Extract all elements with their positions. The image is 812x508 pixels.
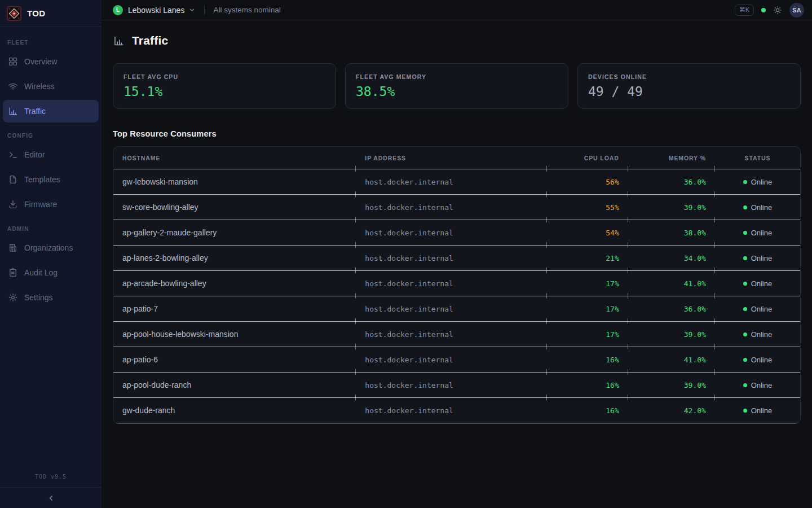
sidebar-item-templates[interactable]: Templates (3, 168, 99, 191)
ip-cell: host.docker.internal (356, 195, 546, 220)
table-row[interactable]: ap-pool-house-lebowski-mansion host.dock… (113, 322, 800, 347)
hostname-cell: gw-lebowski-mansion (113, 169, 356, 194)
ip-cell: host.docker.internal (356, 220, 546, 245)
status-cell: Online (715, 246, 800, 270)
stat-card-devices-online: DEVICES ONLINE 49 / 49 (577, 63, 801, 109)
command-palette-shortcut[interactable]: ⌘K (735, 5, 754, 16)
sidebar-item-label: Firmware (24, 200, 57, 209)
stat-value: 49 / 49 (588, 84, 790, 99)
online-dot (743, 282, 747, 286)
sidebar-item-overview[interactable]: Overview (3, 50, 99, 73)
terminal-icon (8, 150, 18, 160)
sidebar-nav: FLEET Overview Wireless Traffic CONFIG E (0, 27, 102, 311)
table-row[interactable]: ap-lanes-2-bowling-alley host.docker.int… (113, 246, 800, 271)
sidebar-item-traffic[interactable]: Traffic (3, 100, 99, 122)
status-cell: Online (715, 347, 800, 372)
user-avatar[interactable]: SA (789, 3, 804, 17)
ip-cell: host.docker.internal (356, 296, 546, 321)
memory-cell: 39.0% (628, 195, 715, 220)
stat-card-fleet-avg-cpu: FLEET AVG CPU 15.1% (113, 63, 336, 109)
table-row[interactable]: ap-patio-7 host.docker.internal 17% 36.0… (113, 296, 800, 322)
app-logo-row: TOD (0, 0, 102, 27)
cpu-load-cell: 16% (547, 398, 628, 423)
table-row[interactable]: ap-pool-dude-ranch host.docker.internal … (113, 373, 800, 398)
sidebar-item-audit-log[interactable]: Audit Log (3, 261, 99, 284)
connection-status-dot (761, 8, 766, 12)
cpu-load-cell: 17% (547, 271, 628, 296)
app-logo-icon (7, 6, 21, 21)
hostname-cell: ap-pool-house-lebowski-mansion (113, 322, 356, 347)
hostname-cell: ap-gallery-2-maude-gallery (113, 220, 356, 245)
status-cell: Online (715, 220, 800, 245)
column-header-memory: MEMORY % (628, 147, 715, 169)
ip-cell: host.docker.internal (356, 347, 546, 372)
stat-label: FLEET AVG CPU (123, 73, 325, 80)
bar-chart-icon (8, 106, 18, 116)
building-icon (8, 243, 18, 253)
status-label: Online (751, 178, 773, 186)
cpu-load-cell: 16% (547, 347, 628, 372)
table-row[interactable]: gw-lebowski-mansion host.docker.internal… (113, 169, 800, 195)
top-resource-consumers-table: HOSTNAME IP ADDRESS CPU LOAD MEMORY % ST… (113, 146, 801, 424)
topbar: L Lebowski Lanes All systems nominal ⌘K … (102, 0, 812, 20)
main-area: L Lebowski Lanes All systems nominal ⌘K … (102, 0, 812, 508)
hostname-cell: ap-pool-dude-ranch (113, 373, 356, 397)
app-name: TOD (27, 8, 46, 18)
ip-cell: host.docker.internal (356, 373, 546, 397)
table-row[interactable]: sw-core-bowling-alley host.docker.intern… (113, 195, 800, 220)
sidebar-item-firmware[interactable]: Firmware (3, 193, 99, 216)
table-row[interactable]: gw-dude-ranch host.docker.internal 16% 4… (113, 398, 800, 423)
table-row[interactable]: ap-patio-6 host.docker.internal 16% 41.0… (113, 347, 800, 373)
sun-icon[interactable] (773, 6, 782, 15)
gear-icon (8, 292, 18, 303)
memory-cell: 36.0% (628, 296, 715, 321)
ip-cell: host.docker.internal (356, 271, 546, 296)
sidebar-item-settings[interactable]: Settings (3, 286, 99, 309)
nav-section-config: CONFIG (0, 125, 102, 143)
stat-value: 15.1% (123, 84, 325, 99)
column-header-cpu: CPU LOAD (547, 147, 628, 169)
hostname-cell: gw-dude-ranch (113, 398, 356, 423)
online-dot (743, 256, 747, 260)
online-dot (743, 383, 747, 387)
online-dot (743, 332, 747, 336)
chevron-down-icon[interactable] (188, 6, 196, 14)
table-row[interactable]: ap-gallery-2-maude-gallery host.docker.i… (113, 220, 800, 246)
online-dot (743, 307, 747, 311)
sidebar-item-organizations[interactable]: Organizations (3, 237, 99, 259)
cpu-load-cell: 54% (547, 220, 628, 245)
status-cell: Online (715, 271, 800, 296)
file-icon (8, 174, 18, 185)
sidebar: TOD FLEET Overview Wireless Traffic CONF… (0, 0, 102, 508)
memory-cell: 42.0% (628, 398, 715, 423)
table-row[interactable]: ap-arcade-bowling-alley host.docker.inte… (113, 271, 800, 296)
sidebar-item-label: Organizations (24, 243, 73, 252)
cpu-load-cell: 17% (547, 296, 628, 321)
nav-section-fleet: FLEET (0, 32, 102, 50)
cpu-load-cell: 21% (547, 246, 628, 270)
status-cell: Online (715, 169, 800, 194)
sidebar-item-wireless[interactable]: Wireless (3, 75, 99, 98)
hostname-cell: ap-patio-7 (113, 296, 356, 321)
status-label: Online (751, 203, 773, 212)
ip-cell: host.docker.internal (356, 322, 546, 347)
grid-icon (8, 56, 18, 67)
system-status-text: All systems nominal (213, 6, 280, 14)
org-avatar: L (113, 5, 123, 15)
table-header-row: HOSTNAME IP ADDRESS CPU LOAD MEMORY % ST… (113, 147, 800, 169)
sidebar-item-editor[interactable]: Editor (3, 143, 99, 166)
status-label: Online (751, 305, 773, 313)
org-switcher[interactable]: Lebowski Lanes (128, 6, 184, 15)
memory-cell: 39.0% (628, 373, 715, 397)
memory-cell: 41.0% (628, 271, 715, 296)
status-label: Online (751, 356, 773, 364)
online-dot (743, 231, 747, 235)
memory-cell: 36.0% (628, 169, 715, 194)
sidebar-collapse-button[interactable] (0, 487, 102, 508)
status-label: Online (751, 279, 773, 288)
status-label: Online (751, 381, 773, 389)
stat-card-fleet-avg-memory: FLEET AVG MEMORY 38.5% (345, 63, 568, 109)
status-cell: Online (715, 195, 800, 220)
status-cell: Online (715, 398, 800, 423)
sidebar-item-label: Traffic (24, 107, 46, 116)
